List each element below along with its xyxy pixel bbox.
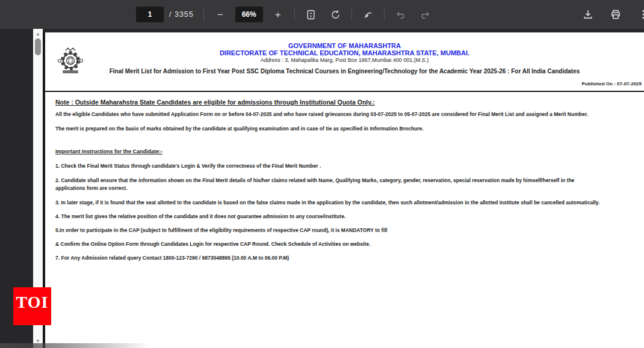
- pdf-toolbar: / 3355 − +: [0, 0, 644, 29]
- toi-watermark-logo: TOI: [13, 287, 51, 325]
- instruction-item: 1. Check the Final Merit Status through …: [55, 162, 638, 169]
- undo-icon[interactable]: [394, 8, 407, 21]
- toolbar-center-controls: / 3355 − +: [136, 0, 432, 29]
- fit-to-page-icon[interactable]: [305, 8, 317, 21]
- print-icon[interactable]: [609, 8, 622, 21]
- toolbar-divider: [294, 8, 295, 20]
- zoom-in-button[interactable]: +: [271, 7, 285, 22]
- instruction-item: & Confirm the Online Option Form through…: [55, 240, 638, 248]
- toolbar-divider: [203, 8, 204, 20]
- redo-icon[interactable]: [419, 8, 432, 21]
- header-divider-line: [45, 91, 644, 92]
- download-icon[interactable]: [581, 8, 595, 21]
- annotate-pen-icon[interactable]: [362, 8, 374, 21]
- bottom-shadow-gradient: [0, 343, 150, 348]
- page-count-label: / 3355: [169, 10, 194, 19]
- instructions-heading: Important Instructions for the Candidate…: [55, 148, 638, 155]
- zoom-out-button[interactable]: −: [214, 7, 227, 22]
- toolbar-right-controls: [581, 0, 644, 29]
- toolbar-divider: [384, 8, 385, 20]
- published-on-label: Published On : 07-07-2025: [581, 81, 642, 87]
- toi-watermark-text: TOI: [16, 294, 49, 311]
- instruction-item: 5.In order to participate in the CAP (su…: [55, 227, 638, 234]
- pdf-viewer-area: ▲ ▼ GOVERNMENT OF MAHARASHTRA DIRECTORAT…: [0, 29, 644, 348]
- scroll-up-arrow-icon[interactable]: ▲: [33, 30, 43, 38]
- address-line: Address : 3, Mahapalika Marg, Post Box 1…: [45, 56, 644, 64]
- document-header: GOVERNMENT OF MAHARASHTRA DIRECTORATE OF…: [45, 42, 644, 75]
- note-heading: Note : Outside Maharahstra State Candida…: [55, 99, 638, 106]
- zoom-level-input[interactable]: [235, 7, 263, 22]
- scrollbar-thumb[interactable]: [35, 38, 41, 55]
- instruction-item: 7. For Any Admission related query Conta…: [55, 254, 638, 261]
- instruction-item: 3. In later stage, if it is found that t…: [55, 199, 638, 206]
- directorate-heading: DIRECTORATE OF TECHNICAL EDUCATION, MAHA…: [45, 49, 644, 56]
- merit-list-title: Final Merit List for Admission to First …: [45, 68, 644, 75]
- note-paragraph: All the eligible Candidates who have sub…: [55, 111, 638, 118]
- page-number-input[interactable]: [136, 7, 164, 22]
- instruction-item: 4. The merit list gives the relative pos…: [55, 213, 638, 220]
- more-options-icon[interactable]: [637, 8, 644, 21]
- government-heading: GOVERNMENT OF MAHARASHTRA: [45, 42, 644, 49]
- toolbar-divider: [351, 8, 352, 20]
- pdf-page: GOVERNMENT OF MAHARASHTRA DIRECTORATE OF…: [43, 32, 644, 348]
- note-paragraph: The merit is prepared on the basis of ma…: [55, 125, 638, 132]
- instruction-item: 2. Candidate shall ensure that the infor…: [55, 177, 588, 192]
- rotate-icon[interactable]: [329, 8, 342, 21]
